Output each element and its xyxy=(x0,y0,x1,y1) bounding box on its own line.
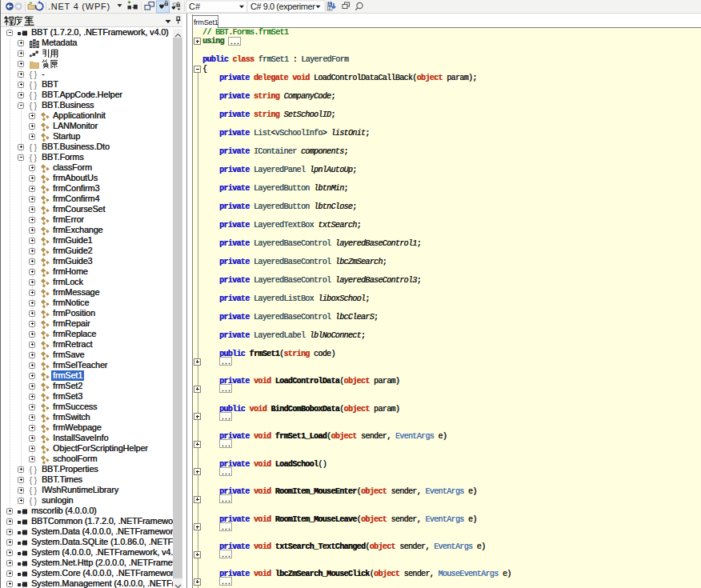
svg-text:Z: Z xyxy=(328,6,330,10)
